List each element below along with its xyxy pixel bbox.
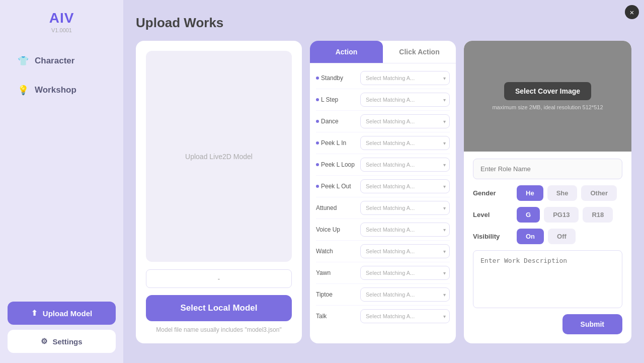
close-button[interactable]: × — [625, 5, 639, 19]
submit-row: Submit — [473, 314, 622, 336]
action-row: YawnSelect Matching A... — [316, 262, 450, 284]
action-select[interactable]: Select Matching A... — [360, 266, 450, 280]
action-select-wrapper: Select Matching A... — [360, 158, 450, 172]
action-dot-icon — [316, 120, 319, 123]
visibility-on-button[interactable]: On — [517, 229, 544, 244]
sidebar-item-workshop[interactable]: 💡 Workshop — [8, 78, 116, 103]
cover-image-hint: maximum size 2MB, ideal resolution 512*5… — [492, 104, 603, 110]
action-row: WatchSelect Matching A... — [316, 241, 450, 262]
character-icon: 👕 — [18, 55, 29, 66]
action-select-wrapper: Select Matching A... — [360, 114, 450, 128]
cover-image-button[interactable]: Select Cover Image — [504, 82, 591, 100]
select-model-button[interactable]: Select Local Model — [146, 295, 292, 321]
action-select[interactable]: Select Matching A... — [360, 287, 450, 302]
model-preview: Upload Live2D Model — [146, 51, 292, 262]
action-row-label: Peek L Out — [316, 183, 356, 190]
workshop-label: Workshop — [35, 85, 76, 95]
select-model-label: Select Local Model — [180, 303, 257, 313]
action-select[interactable]: Select Matching A... — [360, 158, 450, 172]
action-dot-icon — [316, 141, 319, 144]
settings-icon: ⚙ — [41, 337, 47, 346]
gender-toggle-group: He She Other — [517, 185, 617, 201]
submit-button[interactable]: Submit — [562, 314, 622, 334]
action-select[interactable]: Select Matching A... — [360, 309, 450, 323]
gender-label: Gender — [473, 189, 511, 197]
main-content: × Upload Works Upload Live2D Model Selec… — [123, 0, 644, 363]
action-row: DanceSelect Matching A... — [316, 111, 450, 132]
upload-icon: ⬆ — [31, 309, 38, 318]
gender-she-button[interactable]: She — [547, 185, 578, 201]
gender-he-button[interactable]: He — [517, 185, 543, 201]
gender-row: Gender He She Other — [473, 185, 622, 201]
tab-action-label: Action — [336, 48, 358, 56]
tab-click-action[interactable]: Click Action — [383, 41, 456, 63]
cover-image-area: Select Cover Image maximum size 2MB, ide… — [464, 41, 631, 152]
action-row-label: L Step — [316, 96, 356, 103]
visibility-off-button[interactable]: Off — [548, 229, 576, 244]
level-g-button[interactable]: G — [517, 207, 540, 223]
settings-button[interactable]: ⚙ Settings — [8, 330, 116, 353]
action-select[interactable]: Select Matching A... — [360, 244, 450, 258]
role-name-input[interactable] — [473, 159, 622, 179]
level-label: Level — [473, 211, 511, 219]
sidebar-item-character[interactable]: 👕 Character — [8, 48, 116, 74]
action-row-label: Yawn — [316, 269, 356, 276]
workshop-icon: 💡 — [18, 85, 29, 96]
action-select-wrapper: Select Matching A... — [360, 179, 450, 193]
work-description-textarea[interactable] — [473, 250, 622, 308]
level-r18-button[interactable]: R18 — [583, 207, 613, 223]
model-hint: Model file name usually includes "model3… — [156, 326, 281, 333]
action-row-label: Peek L Loop — [316, 161, 356, 168]
action-tabs: Action Click Action — [310, 41, 456, 63]
action-select-wrapper: Select Matching A... — [360, 201, 450, 215]
action-select[interactable]: Select Matching A... — [360, 71, 450, 85]
action-row-label: Watch — [316, 248, 356, 255]
settings-label: Settings — [52, 337, 82, 346]
right-panel: Select Cover Image maximum size 2MB, ide… — [464, 41, 631, 343]
action-select-wrapper: Select Matching A... — [360, 223, 450, 237]
action-select-wrapper: Select Matching A... — [360, 93, 450, 107]
action-dot-icon — [316, 98, 319, 101]
action-row: Voice UpSelect Matching A... — [316, 219, 450, 241]
level-pg13-button[interactable]: PG13 — [544, 207, 579, 223]
model-filename-input[interactable] — [146, 269, 292, 288]
action-select[interactable]: Select Matching A... — [360, 93, 450, 107]
action-select[interactable]: Select Matching A... — [360, 136, 450, 150]
sidebar: AIV V1.0001 👕 Character 💡 Workshop ⬆ Upl… — [0, 0, 123, 363]
upload-model-button[interactable]: ⬆ Upload Model — [8, 302, 116, 325]
action-panel: Action Click Action StandbySelect Matchi… — [310, 41, 456, 343]
action-dot-icon — [316, 185, 319, 188]
action-row: L StepSelect Matching A... — [316, 89, 450, 111]
action-select[interactable]: Select Matching A... — [360, 179, 450, 193]
action-select-wrapper: Select Matching A... — [360, 136, 450, 150]
action-row: TiptoeSelect Matching A... — [316, 284, 450, 306]
level-toggle-group: G PG13 R18 — [517, 207, 613, 223]
action-row-label: Talk — [316, 313, 356, 320]
level-row: Level G PG13 R18 — [473, 207, 622, 223]
action-row: TalkSelect Matching A... — [316, 306, 450, 327]
action-row-label: Tiptoe — [316, 291, 356, 298]
tab-action[interactable]: Action — [310, 41, 383, 63]
action-select-wrapper: Select Matching A... — [360, 287, 450, 302]
action-row: AttunedSelect Matching A... — [316, 197, 450, 219]
action-row-label: Peek L In — [316, 139, 356, 147]
upload-model-label: Upload Model — [43, 309, 92, 318]
submit-label: Submit — [581, 320, 604, 328]
gender-other-button[interactable]: Other — [581, 185, 617, 201]
action-dot-icon — [316, 77, 319, 80]
close-icon: × — [630, 8, 634, 17]
action-select-wrapper: Select Matching A... — [360, 266, 450, 280]
action-row-label: Attuned — [316, 204, 356, 211]
action-select[interactable]: Select Matching A... — [360, 223, 450, 237]
action-select[interactable]: Select Matching A... — [360, 114, 450, 128]
action-row-label: Standby — [316, 75, 356, 82]
character-label: Character — [35, 56, 74, 66]
logo-version: V1.0001 — [51, 27, 72, 33]
action-select-wrapper: Select Matching A... — [360, 309, 450, 323]
visibility-label: Visibility — [473, 233, 511, 240]
model-panel: Upload Live2D Model Select Local Model M… — [136, 41, 302, 343]
content-area: Upload Live2D Model Select Local Model M… — [136, 41, 631, 343]
action-row: Peek L OutSelect Matching A... — [316, 176, 450, 197]
cover-btn-label: Select Cover Image — [515, 87, 580, 95]
action-select[interactable]: Select Matching A... — [360, 201, 450, 215]
